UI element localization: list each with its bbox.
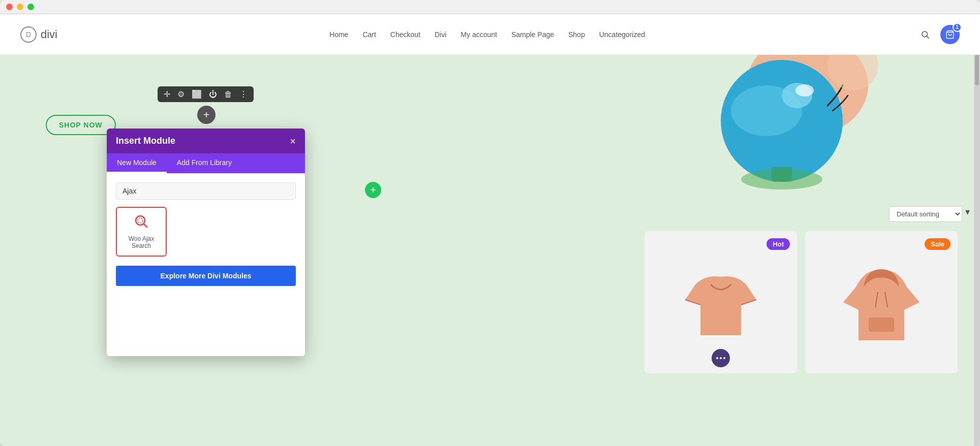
module-result-label: Woo Ajax Search bbox=[123, 235, 160, 249]
power-icon[interactable]: ⏻ bbox=[209, 90, 217, 99]
nav-cart[interactable]: Cart bbox=[362, 30, 376, 39]
woo-ajax-search-icon bbox=[134, 214, 149, 232]
tab-new-module[interactable]: New Module bbox=[107, 153, 167, 173]
modal-header: Insert Module × bbox=[107, 129, 305, 153]
product-badge-sale: Sale bbox=[925, 238, 951, 250]
cart-badge: 1 bbox=[953, 23, 962, 32]
add-module-button[interactable]: + bbox=[197, 106, 216, 124]
move-icon[interactable]: ✛ bbox=[164, 89, 170, 99]
fullscreen-window-button[interactable] bbox=[27, 4, 34, 10]
hoodie-illustration bbox=[836, 251, 927, 353]
modal-tabs: New Module Add From Library bbox=[107, 153, 305, 173]
explore-modules-button[interactable]: Explore More Divi Modules bbox=[116, 266, 296, 286]
nav-my-account[interactable]: My account bbox=[461, 30, 497, 39]
modal-close-button[interactable]: × bbox=[290, 136, 296, 146]
search-button[interactable] bbox=[917, 26, 933, 43]
product-card-1[interactable]: Hot bbox=[645, 231, 797, 373]
module-result-woo-ajax-search[interactable]: Woo Ajax Search bbox=[116, 207, 167, 257]
sorting-bar: Default sorting Sort by popularity Sort … bbox=[634, 202, 980, 226]
svg-line-15 bbox=[144, 224, 147, 228]
duplicate-icon[interactable]: ⬜ bbox=[192, 89, 202, 99]
product-dots-1[interactable] bbox=[712, 349, 730, 367]
main-nav: Home Cart Checkout Divi My account Sampl… bbox=[329, 30, 645, 39]
shop-now-button[interactable]: SHOP NOW bbox=[46, 115, 116, 135]
nav-shop[interactable]: Shop bbox=[568, 30, 585, 39]
svg-point-7 bbox=[795, 84, 814, 97]
svg-rect-11 bbox=[869, 317, 894, 332]
modal-footer-space bbox=[116, 286, 296, 347]
product-badge-hot: Hot bbox=[767, 238, 790, 250]
svg-point-16 bbox=[138, 218, 143, 223]
dot bbox=[716, 357, 718, 359]
site-logo[interactable]: D divi bbox=[20, 26, 57, 43]
logo-circle-icon: D bbox=[20, 26, 37, 43]
modal-title: Insert Module bbox=[116, 136, 175, 146]
dot bbox=[720, 357, 722, 359]
insert-module-modal: Insert Module × New Module Add From Libr… bbox=[107, 129, 305, 356]
close-window-button[interactable] bbox=[6, 4, 13, 10]
delete-icon[interactable]: 🗑 bbox=[224, 90, 232, 99]
products-area: Default sorting Sort by popularity Sort … bbox=[634, 202, 980, 446]
nav-sample-page[interactable]: Sample Page bbox=[511, 30, 554, 39]
scrollbar[interactable] bbox=[974, 55, 980, 446]
nav-divi[interactable]: Divi bbox=[435, 30, 446, 39]
globe-illustration bbox=[665, 55, 878, 207]
nav-uncategorized[interactable]: Uncategorized bbox=[599, 30, 645, 39]
scrollbar-thumb[interactable] bbox=[975, 55, 979, 85]
tab-add-from-library[interactable]: Add From Library bbox=[167, 153, 242, 173]
products-grid: Hot bbox=[634, 226, 980, 378]
site-header: D divi Home Cart Checkout Divi My accoun… bbox=[0, 14, 980, 55]
logo-text: divi bbox=[41, 28, 57, 41]
more-icon[interactable]: ⋮ bbox=[239, 89, 248, 99]
nav-home[interactable]: Home bbox=[329, 30, 348, 39]
product-card-2[interactable]: Sale bbox=[805, 231, 958, 373]
settings-icon[interactable]: ⚙ bbox=[177, 89, 185, 99]
svg-line-1 bbox=[927, 36, 929, 38]
sorting-chevron-icon: ▾ bbox=[965, 206, 970, 222]
nav-checkout[interactable]: Checkout bbox=[390, 30, 420, 39]
sorting-select[interactable]: Default sorting Sort by popularity Sort … bbox=[889, 206, 962, 222]
module-results: Woo Ajax Search bbox=[116, 207, 296, 257]
title-bar bbox=[0, 0, 980, 14]
green-plus-button[interactable]: + bbox=[365, 182, 381, 198]
tshirt-illustration bbox=[680, 259, 761, 345]
divi-builder-toolbar: ✛ ⚙ ⬜ ⏻ 🗑 ⋮ bbox=[158, 86, 254, 102]
module-search-input[interactable] bbox=[116, 182, 296, 200]
cart-button[interactable]: 1 bbox=[940, 25, 960, 44]
svg-point-0 bbox=[922, 31, 928, 37]
minimize-window-button[interactable] bbox=[17, 4, 23, 10]
main-content: SHOP NOW ✛ ⚙ ⬜ ⏻ 🗑 ⋮ + + Default sorting… bbox=[0, 55, 980, 446]
window-chrome: D divi Home Cart Checkout Divi My accoun… bbox=[0, 0, 980, 446]
dot bbox=[723, 357, 725, 359]
header-icons: 1 bbox=[917, 25, 960, 44]
svg-rect-9 bbox=[772, 167, 792, 182]
modal-body: Woo Ajax Search Explore More Divi Module… bbox=[107, 173, 305, 356]
